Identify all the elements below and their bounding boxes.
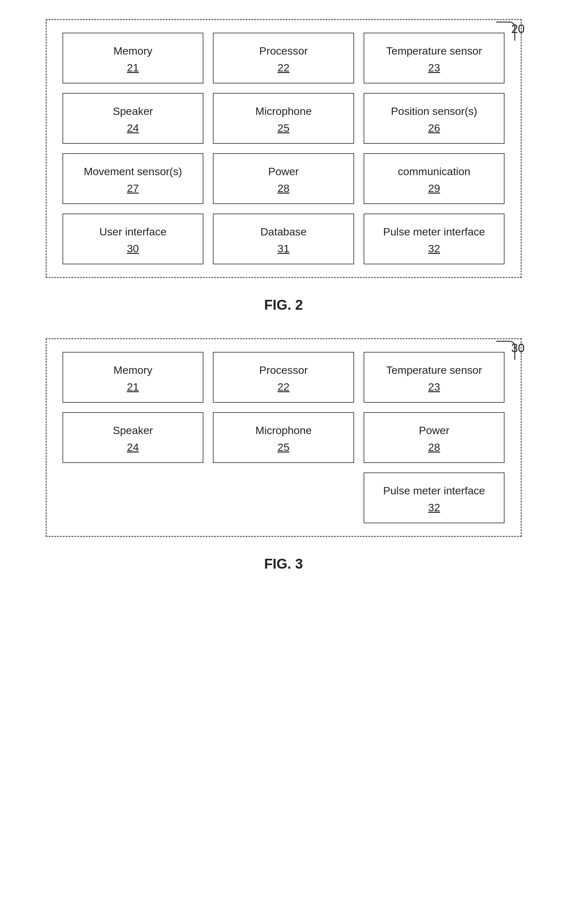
fig2-cell-pulse-meter-interface: Pulse meter interface 32 — [364, 213, 505, 264]
fig2-memory-label: Memory — [113, 44, 152, 58]
figure-3-section: 30 Memory 21 Processor 22 Temperature se… — [46, 338, 522, 572]
fig2-temperature-sensor-number: 23 — [428, 62, 440, 74]
fig2-user-interface-number: 30 — [127, 242, 139, 255]
fig2-power-number: 28 — [278, 182, 290, 195]
fig3-microphone-number: 25 — [278, 441, 290, 453]
fig3-power-number: 28 — [428, 441, 440, 453]
fig2-processor-number: 22 — [278, 62, 290, 74]
fig3-caption: FIG. 3 — [264, 556, 303, 572]
fig3-microphone-label: Microphone — [255, 424, 312, 437]
fig3-empty-1 — [63, 472, 204, 523]
fig2-speaker-label: Speaker — [113, 104, 153, 118]
fig2-corner-number: 20 — [511, 22, 525, 36]
fig3-corner-number: 30 — [511, 341, 525, 355]
fig2-position-sensor-label: Position sensor(s) — [391, 104, 477, 118]
fig2-user-interface-label: User interface — [99, 225, 166, 238]
fig2-cell-temperature-sensor: Temperature sensor 23 — [364, 33, 505, 84]
fig2-cell-movement-sensor: Movement sensor(s) 27 — [63, 153, 204, 204]
fig2-communication-label: communication — [398, 165, 471, 178]
fig3-cell-speaker: Speaker 24 — [63, 412, 204, 463]
fig2-movement-sensor-label: Movement sensor(s) — [84, 165, 182, 178]
fig2-pulse-meter-label: Pulse meter interface — [383, 225, 485, 238]
figure-2-section: 20 Memory 21 Processor 22 Temperature se… — [46, 19, 522, 313]
fig2-cell-user-interface: User interface 30 — [63, 213, 204, 264]
fig3-cell-processor: Processor 22 — [213, 352, 354, 403]
fig3-temperature-sensor-label: Temperature sensor — [386, 363, 482, 377]
fig2-database-label: Database — [261, 225, 307, 238]
fig3-memory-label: Memory — [113, 363, 152, 377]
fig2-speaker-number: 24 — [127, 122, 139, 134]
fig3-cell-power: Power 28 — [364, 412, 505, 463]
fig2-microphone-number: 25 — [278, 122, 290, 134]
fig2-diagram: 20 Memory 21 Processor 22 Temperature se… — [46, 19, 522, 278]
fig3-cell-memory: Memory 21 — [63, 352, 204, 403]
fig2-cell-memory: Memory 21 — [63, 33, 204, 84]
fig2-memory-number: 21 — [127, 62, 139, 74]
fig2-grid: Memory 21 Processor 22 Temperature senso… — [63, 33, 505, 264]
fig2-caption: FIG. 2 — [264, 297, 303, 313]
fig3-processor-label: Processor — [259, 363, 308, 377]
fig3-processor-number: 22 — [278, 381, 290, 393]
fig3-memory-number: 21 — [127, 381, 139, 393]
fig2-dashed-border: Memory 21 Processor 22 Temperature senso… — [46, 19, 522, 278]
fig2-power-label: Power — [268, 165, 298, 178]
fig2-cell-communication: communication 29 — [364, 153, 505, 204]
fig3-speaker-label: Speaker — [113, 424, 153, 437]
fig2-cell-microphone: Microphone 25 — [213, 93, 354, 144]
fig2-cell-database: Database 31 — [213, 213, 354, 264]
fig2-pulse-meter-number: 32 — [428, 242, 440, 255]
fig3-grid: Memory 21 Processor 22 Temperature senso… — [63, 352, 505, 523]
fig2-temperature-sensor-label: Temperature sensor — [386, 44, 482, 58]
fig3-speaker-number: 24 — [127, 441, 139, 453]
fig2-database-number: 31 — [278, 242, 290, 255]
fig2-position-sensor-number: 26 — [428, 122, 440, 134]
fig3-cell-microphone: Microphone 25 — [213, 412, 354, 463]
fig2-movement-sensor-number: 27 — [127, 182, 139, 195]
fig3-cell-pulse-meter: Pulse meter interface 32 — [364, 472, 505, 523]
fig2-microphone-label: Microphone — [255, 104, 312, 118]
fig3-empty-2 — [213, 472, 354, 523]
fig2-cell-position-sensor: Position sensor(s) 26 — [364, 93, 505, 144]
fig2-cell-power: Power 28 — [213, 153, 354, 204]
fig3-power-label: Power — [419, 424, 449, 437]
fig2-communication-number: 29 — [428, 182, 440, 195]
fig2-cell-speaker: Speaker 24 — [63, 93, 204, 144]
fig3-cell-temperature-sensor: Temperature sensor 23 — [364, 352, 505, 403]
fig2-cell-processor: Processor 22 — [213, 33, 354, 84]
fig3-pulse-meter-number: 32 — [428, 501, 440, 514]
fig3-pulse-meter-label: Pulse meter interface — [383, 484, 485, 498]
fig3-temperature-sensor-number: 23 — [428, 381, 440, 393]
fig3-dashed-border: Memory 21 Processor 22 Temperature senso… — [46, 338, 522, 537]
fig3-diagram: 30 Memory 21 Processor 22 Temperature se… — [46, 338, 522, 537]
fig2-processor-label: Processor — [259, 44, 308, 58]
